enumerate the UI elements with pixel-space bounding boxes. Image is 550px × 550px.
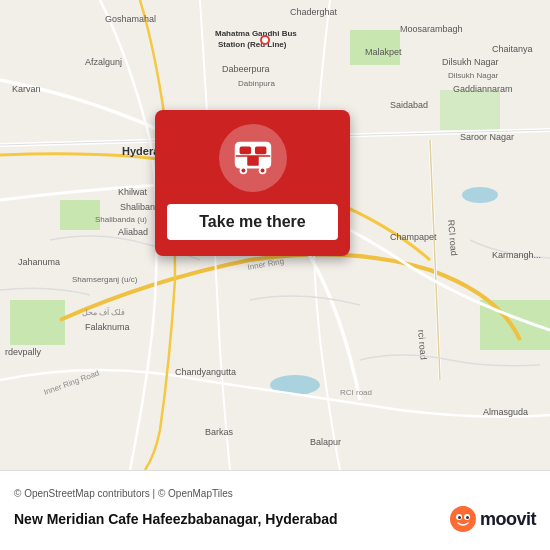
- location-name: New Meridian Cafe Hafeezbabanagar, Hyder…: [14, 511, 338, 527]
- svg-text:Saidabad: Saidabad: [390, 100, 428, 110]
- svg-text:Shamserganj (u/c): Shamserganj (u/c): [72, 275, 138, 284]
- svg-text:Malakpet: Malakpet: [365, 47, 402, 57]
- svg-rect-4: [10, 300, 65, 345]
- svg-rect-52: [254, 147, 265, 155]
- svg-text:Saroor Nagar: Saroor Nagar: [460, 132, 514, 142]
- map-attribution: © OpenStreetMap contributors | © OpenMap…: [14, 488, 536, 499]
- svg-text:Barkas: Barkas: [205, 427, 234, 437]
- svg-rect-1: [60, 200, 100, 230]
- svg-text:Falaknuma: Falaknuma: [85, 322, 130, 332]
- svg-text:RCI road: RCI road: [340, 388, 372, 397]
- svg-text:Mahatma Gandhi Bus: Mahatma Gandhi Bus: [215, 29, 297, 38]
- svg-text:Shalibanda (u): Shalibanda (u): [95, 215, 147, 224]
- bottom-bar: © OpenStreetMap contributors | © OpenMap…: [0, 470, 550, 550]
- svg-text:Gaddiannaram: Gaddiannaram: [453, 84, 513, 94]
- svg-text:Dilsukh Nagar: Dilsukh Nagar: [448, 71, 499, 80]
- bus-icon-container: [219, 124, 287, 192]
- svg-rect-51: [239, 147, 251, 155]
- svg-text:Afzalgunj: Afzalgunj: [85, 57, 122, 67]
- svg-text:Moosarambagh: Moosarambagh: [400, 24, 463, 34]
- svg-rect-3: [440, 90, 500, 130]
- svg-point-56: [241, 169, 245, 173]
- svg-text:Chaitanya: Chaitanya: [492, 44, 533, 54]
- svg-text:Chandyangutta: Chandyangutta: [175, 367, 236, 377]
- bus-icon: [230, 135, 276, 181]
- svg-point-64: [458, 506, 468, 512]
- svg-text:Dabeerpura: Dabeerpura: [222, 64, 270, 74]
- map-container: RCI road rci road Goshamahal Afzalgunj C…: [0, 0, 550, 470]
- moovit-brand-text: moovit: [480, 509, 536, 530]
- svg-text:Jahanuma: Jahanuma: [18, 257, 60, 267]
- svg-text:Karmangh...: Karmangh...: [492, 250, 541, 260]
- svg-text:Champapet: Champapet: [390, 232, 437, 242]
- svg-point-57: [260, 169, 264, 173]
- take-me-there-button[interactable]: Take me there: [167, 204, 338, 240]
- svg-text:Khilwat: Khilwat: [118, 187, 148, 197]
- svg-point-7: [462, 187, 498, 203]
- svg-rect-53: [247, 156, 259, 166]
- svg-text:Dilsukh Nagar: Dilsukh Nagar: [442, 57, 499, 67]
- svg-point-48: [262, 37, 268, 43]
- moovit-mascot-icon: [449, 505, 477, 533]
- moovit-logo: moovit: [449, 505, 536, 533]
- svg-text:Aliabad: Aliabad: [118, 227, 148, 237]
- svg-text:Almasguda: Almasguda: [483, 407, 528, 417]
- svg-text:Karvan: Karvan: [12, 84, 41, 94]
- svg-point-63: [466, 516, 469, 519]
- svg-text:rdevpally: rdevpally: [5, 347, 42, 357]
- map-card: Take me there: [155, 110, 350, 256]
- svg-text:Chaderghat: Chaderghat: [290, 7, 338, 17]
- svg-text:Dabinpura: Dabinpura: [238, 79, 275, 88]
- svg-text:Balapur: Balapur: [310, 437, 341, 447]
- svg-text:فلک آف محل: فلک آف محل: [82, 307, 125, 317]
- svg-point-62: [458, 516, 461, 519]
- svg-text:Goshamahal: Goshamahal: [105, 14, 156, 24]
- svg-text:Station (Red Line): Station (Red Line): [218, 40, 287, 49]
